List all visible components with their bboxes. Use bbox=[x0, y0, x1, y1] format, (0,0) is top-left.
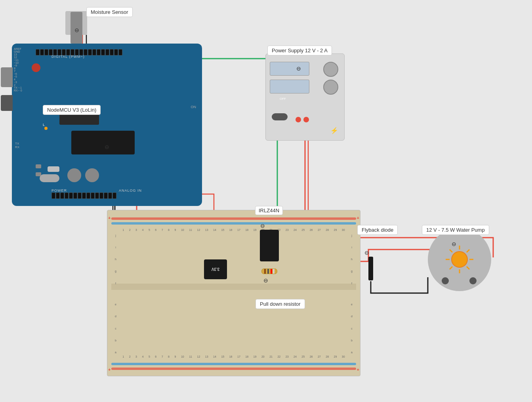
row-f-left: f bbox=[112, 282, 119, 285]
mosfet-tooltip: IRLZ44N bbox=[255, 206, 283, 215]
resistor-band3 bbox=[271, 269, 272, 274]
flyback-diode bbox=[368, 257, 373, 280]
digital-label: DIGITAL (PWM~) bbox=[51, 55, 85, 59]
svg-line-6 bbox=[450, 250, 452, 252]
led-dot bbox=[44, 127, 48, 130]
mosfet-irlz44n: IRLZ44N NMOS bbox=[260, 230, 279, 261]
arduino-side-labels: AREFGND1312~11~10~987~6~54~32TX→1RX←0 bbox=[14, 48, 22, 92]
ps-ground-sym: ⊖ bbox=[296, 65, 301, 72]
rail-plus-bot-right: + bbox=[357, 367, 359, 372]
nodemcu-ground-sym: ⊖ bbox=[105, 144, 109, 150]
svg-line-8 bbox=[467, 250, 469, 252]
ps-terminal-pos1 bbox=[296, 117, 301, 122]
svg-line-9 bbox=[450, 267, 452, 269]
row-d-left: d bbox=[112, 315, 119, 318]
small-btn1[interactable] bbox=[40, 174, 59, 182]
row-e-left: e bbox=[112, 303, 119, 306]
crystal bbox=[48, 166, 59, 172]
ps-switch[interactable]: OFF bbox=[272, 113, 288, 120]
breadboard: + + + + j i h g f e d c b a 1 2 3 4 5 6 … bbox=[107, 210, 360, 376]
reset-button[interactable] bbox=[32, 63, 40, 72]
resistor-ground-sym: ⊖ bbox=[263, 277, 268, 284]
ps-knob-current[interactable] bbox=[323, 80, 338, 95]
ps-bolt-icon: ⚡ bbox=[330, 127, 338, 134]
resistor-band4 bbox=[273, 269, 275, 274]
arduino-board: AREFGND1312~11~10~987~6~54~32TX→1RX←0 TX… bbox=[12, 44, 202, 206]
row-i-left: i bbox=[112, 246, 119, 249]
ps-screen-bottom bbox=[270, 80, 309, 93]
power-supply-label: Power Supply 12 V - 2 A bbox=[267, 46, 332, 55]
water-pump-label: 12 V - 7.5 W Water Pump bbox=[422, 225, 489, 235]
row-j-left: j bbox=[112, 234, 119, 237]
moisture-sensor-label: Moisture Sensor bbox=[86, 7, 133, 17]
tx-label: TXRX bbox=[15, 142, 19, 149]
pull-down-resistor bbox=[261, 269, 277, 274]
cap1 bbox=[36, 164, 41, 168]
power-label: POWER bbox=[51, 189, 67, 192]
row-labels-left: j i h g f e d c b a bbox=[112, 229, 119, 358]
bb-rail-top-blue bbox=[111, 222, 356, 225]
nodemcu-label: NodeMCU V3 (LoLin) bbox=[43, 105, 101, 115]
small-btn2[interactable] bbox=[67, 168, 81, 182]
pull-down-resistor-label: Pull down resistor bbox=[256, 299, 305, 309]
resistor-band2 bbox=[267, 269, 269, 274]
bb-rail-bot-blue bbox=[111, 363, 356, 365]
power-supply: OFF ⚡ bbox=[265, 53, 345, 141]
col-labels-bottom: 1 2 3 4 5 6 7 8 9 10 11 12 13 14 15 16 1… bbox=[120, 355, 347, 360]
moisture-sensor-ground: ⊖ bbox=[74, 27, 79, 33]
ps-knob-voltage[interactable] bbox=[323, 62, 338, 77]
svg-line-7 bbox=[467, 267, 469, 269]
analog-label: ANALOG IN bbox=[119, 189, 142, 192]
led-l-label: L bbox=[43, 123, 45, 127]
rail-plus-top-left: + bbox=[108, 215, 111, 220]
small-btn3[interactable] bbox=[85, 168, 99, 182]
rail-plus-top-right: + bbox=[357, 215, 359, 220]
ps-screen-top bbox=[270, 62, 309, 76]
row-c-left: c bbox=[112, 327, 119, 330]
water-pump-ground: ⊖ bbox=[452, 241, 456, 247]
on-label: ON bbox=[191, 105, 196, 109]
resistor-band1 bbox=[264, 269, 266, 274]
ps-off-label: OFF bbox=[280, 97, 286, 101]
row-h-left: h bbox=[112, 258, 119, 261]
row-g-left: g bbox=[112, 270, 119, 272]
mosfet-ground-sym: ⊖ bbox=[260, 223, 265, 229]
row-b-left: b bbox=[112, 339, 119, 342]
row-labels-right: j i h g f e d c b a bbox=[348, 229, 355, 358]
usb-connector bbox=[1, 67, 13, 87]
power-jack bbox=[1, 95, 13, 111]
flyback-diode-label: Flyback diode bbox=[357, 225, 398, 235]
flyback-diode-ground-top: ⊖ bbox=[364, 250, 369, 256]
pump-dot-2 bbox=[469, 277, 477, 284]
row-a-left: a bbox=[112, 351, 119, 354]
rail-plus-bot-left: + bbox=[108, 367, 111, 372]
bb-ic-chip: 3.3V bbox=[204, 259, 227, 279]
bb-middle-gap bbox=[111, 284, 356, 290]
pump-sun-icon bbox=[444, 244, 475, 275]
svg-point-1 bbox=[452, 251, 467, 267]
ps-terminal-pos2 bbox=[303, 117, 309, 122]
main-chip bbox=[71, 131, 135, 154]
bb-rail-top-red bbox=[111, 217, 356, 220]
bb-rail-bot-red bbox=[111, 368, 356, 370]
col-labels-top: 1 2 3 4 5 6 7 8 9 10 11 12 13 14 15 16 1… bbox=[120, 229, 347, 233]
pump-dot-1 bbox=[442, 277, 449, 284]
